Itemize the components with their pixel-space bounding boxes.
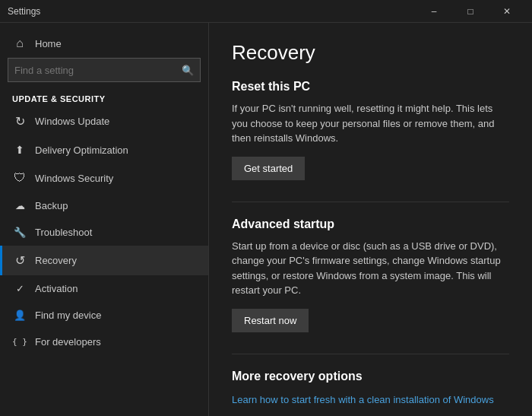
sidebar-item-find-device-label: Find my device [35,310,101,321]
sidebar-item-windows-security-label: Windows Security [35,173,113,184]
delivery-optimization-icon: ⬆ [12,144,27,156]
page-title: Recovery [232,41,509,65]
sidebar-item-windows-update-label: Windows Update [35,116,109,127]
sidebar-item-find-device[interactable]: 👤 Find my device [0,302,208,329]
windows-security-icon: 🛡 [12,171,27,185]
recovery-icon: ↺ [12,253,27,268]
titlebar-controls: – □ ✕ [416,0,524,23]
search-input[interactable] [14,65,182,76]
section-label: Update & Security [0,88,208,106]
sidebar-item-delivery-optimization[interactable]: ⬆ Delivery Optimization [0,136,208,164]
home-icon: ⌂ [12,37,27,50]
search-box: 🔍 [8,58,201,82]
advanced-startup-section: Advanced startup Start up from a device … [232,202,509,351]
sidebar-item-troubleshoot-label: Troubleshoot [35,227,92,238]
sidebar-item-activation[interactable]: ✓ Activation [0,275,208,302]
for-developers-icon: { } [12,337,27,347]
get-started-button[interactable]: Get started [232,157,305,180]
more-options-heading: More recovery options [232,370,509,383]
content-area: Recovery Reset this PC If your PC isn't … [209,23,532,416]
sidebar-item-troubleshoot[interactable]: 🔧 Troubleshoot [0,219,208,246]
titlebar-title: Settings [8,6,416,17]
sidebar: ⌂ Home 🔍 Update & Security ↻ Windows Upd… [0,23,209,416]
restart-now-button[interactable]: Restart now [232,309,309,332]
clean-install-link[interactable]: Learn how to start fresh with a clean in… [232,394,494,405]
sidebar-item-home-label: Home [35,38,62,49]
minimize-button[interactable]: – [416,0,451,23]
sidebar-item-backup[interactable]: ☁ Backup [0,192,208,219]
reset-section-description: If your PC isn't running well, resetting… [232,101,509,146]
sidebar-item-home[interactable]: ⌂ Home [0,29,208,58]
sidebar-item-recovery[interactable]: ↺ Recovery [0,246,208,275]
more-options-section: More recovery options Learn how to start… [232,354,509,406]
sidebar-item-windows-security[interactable]: 🛡 Windows Security [0,164,208,192]
windows-update-icon: ↻ [12,114,27,129]
sidebar-item-windows-update[interactable]: ↻ Windows Update [0,106,208,136]
sidebar-item-for-developers[interactable]: { } For developers [0,329,208,355]
sidebar-item-backup-label: Backup [35,200,68,211]
advanced-section-heading: Advanced startup [232,218,509,231]
titlebar: Settings – □ ✕ [0,0,532,23]
main-content: ⌂ Home 🔍 Update & Security ↻ Windows Upd… [0,23,532,416]
reset-section-heading: Reset this PC [232,80,509,94]
activation-icon: ✓ [12,283,27,294]
advanced-section-description: Start up from a device or disc (such as … [232,239,509,298]
sidebar-item-activation-label: Activation [35,283,78,294]
sidebar-item-delivery-optimization-label: Delivery Optimization [35,144,128,156]
find-device-icon: 👤 [12,310,27,321]
maximize-button[interactable]: □ [453,0,488,23]
troubleshoot-icon: 🔧 [12,227,27,238]
sidebar-item-for-developers-label: For developers [35,336,101,348]
sidebar-item-recovery-label: Recovery [35,255,77,266]
close-button[interactable]: ✕ [489,0,524,23]
backup-icon: ☁ [12,200,27,211]
search-icon-button[interactable]: 🔍 [182,65,194,76]
